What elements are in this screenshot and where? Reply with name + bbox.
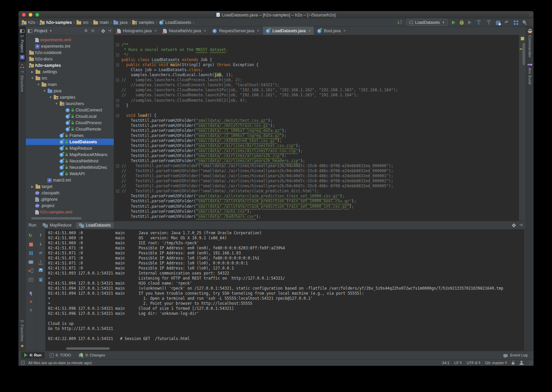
consoleic-icon[interactable] <box>29 278 33 282</box>
tree-item-Frames[interactable]: Frames <box>26 132 114 139</box>
encoding-widget[interactable]: UTF-8 <box>466 361 481 365</box>
pin-icon[interactable] <box>29 291 33 296</box>
close-icon[interactable]: × <box>154 29 157 33</box>
tree-item-.gitignore[interactable]: .gitignore <box>26 196 114 202</box>
editor-area[interactable]: Histograms.java×NeuralNetViz.java×Reques… <box>114 27 526 221</box>
up-icon[interactable] <box>39 233 43 238</box>
breadcrumb-item-LoadDatasets[interactable]: LoadDatasets <box>159 20 191 25</box>
chevron-down-icon[interactable]: ▼ <box>37 83 40 86</box>
close-window-button[interactable] <box>22 13 26 17</box>
update-icon[interactable] <box>397 20 402 25</box>
tree-item-experiments.eml[interactable]: experiments.eml <box>26 37 114 43</box>
close-icon[interactable]: × <box>204 29 206 33</box>
collapse-icon[interactable] <box>91 29 96 33</box>
fold-marker[interactable]: − <box>116 79 119 82</box>
vcs-up-icon[interactable] <box>486 20 492 25</box>
background-task-icon[interactable] <box>21 361 25 364</box>
stripe-button-2-favorites[interactable]: 2: Favorites <box>18 317 26 351</box>
chevron-right-icon[interactable]: ▶ <box>31 185 34 188</box>
softwrap-icon[interactable] <box>38 251 43 255</box>
tree-item-h2o-cookbook[interactable]: h2o-cookbook <box>26 49 114 56</box>
minimize-window-button[interactable] <box>29 13 33 17</box>
play-icon[interactable] <box>452 20 455 24</box>
fold-marker[interactable]: − <box>116 164 119 167</box>
editor-error-stripe[interactable] <box>519 35 526 221</box>
vcs-down-icon[interactable] <box>476 20 482 25</box>
help-icon[interactable] <box>29 308 33 313</box>
fold-marker[interactable]: − <box>116 104 119 107</box>
tree-item-.project[interactable]: .project <box>26 202 114 209</box>
tab-NeuralNetViz.java[interactable]: NeuralNetViz.java× <box>160 27 209 35</box>
hide-icon[interactable] <box>108 29 112 33</box>
undo-icon[interactable] <box>505 20 509 25</box>
run-tab-MapReduce[interactable]: MapReduce <box>40 222 74 228</box>
tab-LoadDatasets.java[interactable]: LoadDatasets.java× <box>263 27 314 35</box>
pause-icon[interactable] <box>30 251 33 255</box>
coverage-icon[interactable] <box>468 20 471 24</box>
chevron-right-icon[interactable]: ▶ <box>31 70 34 74</box>
tree-item-CloudLocal[interactable]: CloudLocal <box>26 113 114 119</box>
debug-icon[interactable] <box>460 20 464 25</box>
print-icon[interactable] <box>39 268 43 273</box>
tree-item-CloudProcess[interactable]: CloudProcess <box>26 119 114 126</box>
close-icon[interactable]: × <box>308 29 311 33</box>
close-icon[interactable]: × <box>343 29 346 33</box>
tree-item-experiments.iml[interactable]: experiments.iml <box>26 43 114 49</box>
tool-window-button-9-changes[interactable]: 9: Changes <box>76 352 108 358</box>
tree-item-.settings[interactable]: ▶.settings <box>26 68 114 75</box>
tool-window-button-4-run[interactable]: 4: Run <box>21 352 45 358</box>
breadcrumb-item-main[interactable]: main <box>93 20 109 25</box>
fold-marker[interactable]: − <box>116 53 119 56</box>
stop-icon[interactable] <box>29 243 33 246</box>
stripe-button-1-project[interactable]: 1: Project <box>18 27 26 62</box>
chevron-down-icon[interactable]: ▼ <box>49 29 52 33</box>
tree-item-main[interactable]: ▼main <box>26 81 114 88</box>
breadcrumb-item-h2o[interactable]: h2o <box>22 20 35 25</box>
gear-icon[interactable] <box>512 224 516 227</box>
chevron-down-icon[interactable]: ▼ <box>55 102 58 105</box>
scrollend-icon[interactable] <box>39 259 43 264</box>
console-hscrollbar[interactable] <box>66 347 110 350</box>
close-icon[interactable]: × <box>257 29 259 33</box>
breadcrumb-item-src[interactable]: src <box>77 20 89 25</box>
editor-vscrollbar[interactable] <box>522 43 525 65</box>
exit-icon[interactable] <box>29 268 33 273</box>
gear-icon[interactable] <box>101 29 105 33</box>
code-editor[interactable]: −/** * Runs a neural network on the MNIS… <box>114 35 519 221</box>
run-console-output[interactable]: 02:41:51.069 :0 main Java version: Java … <box>45 229 524 351</box>
chevron-down-icon[interactable]: ▼ <box>49 96 52 99</box>
tree-item-NeuralNetMnistDrec[interactable]: NeuralNetMnistDrec <box>26 164 114 170</box>
tree-item-java[interactable]: ▼java <box>26 88 114 94</box>
tab-RequestServer.java[interactable]: RequestServer.java× <box>209 27 263 35</box>
zoom-window-button[interactable] <box>35 13 39 17</box>
hide-icon[interactable] <box>519 223 523 227</box>
warning-stripe-mark[interactable] <box>520 48 522 50</box>
stripe-button-ant-build[interactable]: Ant Build <box>526 60 534 87</box>
titlebar[interactable]: LoadDatasets.java – [h2o-samples] – h2o … <box>18 11 534 19</box>
tree-item-WebAPI[interactable]: WebAPI <box>26 170 114 177</box>
project-tree-hscrollbar[interactable] <box>31 217 82 219</box>
fold-marker[interactable]: − <box>116 190 119 193</box>
chevron-down-icon[interactable]: ▼ <box>31 77 34 80</box>
fold-marker[interactable]: − <box>116 114 119 117</box>
run-tab-LoadDatasets[interactable]: LoadDatasets <box>76 222 114 228</box>
tree-item-LoadDatasets[interactable]: LoadDatasets <box>26 139 114 145</box>
tree-item-CloudConnect[interactable]: CloudConnect <box>26 107 114 113</box>
tree-item-h2o-docs[interactable]: h2o-docs <box>26 56 114 62</box>
stripe-button-7-structure[interactable]: 7: Structure <box>18 62 26 94</box>
tree-item-target[interactable]: ▶target <box>26 183 114 190</box>
tree-item-CloudRemote[interactable]: CloudRemote <box>26 126 114 132</box>
fold-marker[interactable]: − <box>116 99 119 102</box>
tree-item-launchers[interactable]: ▼launchers <box>26 100 114 107</box>
breadcrumb-item-java[interactable]: java <box>113 20 128 25</box>
tab-Boot.java[interactable]: Boot.java× <box>314 27 349 35</box>
tree-item-src[interactable]: ▼src <box>26 75 114 81</box>
breadcrumb-item-samples[interactable]: samples <box>132 20 154 25</box>
locate-icon[interactable] <box>84 29 89 33</box>
stripe-button-commander[interactable]: Commander <box>526 27 534 60</box>
event-log-button[interactable]: Event Log <box>503 353 531 357</box>
tree-item-samples[interactable]: ▼samples <box>26 94 114 100</box>
tree-item-MapReduce[interactable]: MapReduce <box>26 145 114 151</box>
tree-item-h2o-samples.eml[interactable]: h2o-samples.eml <box>26 209 114 215</box>
tool-window-button-6-todo[interactable]: 6: TODO <box>47 352 74 358</box>
